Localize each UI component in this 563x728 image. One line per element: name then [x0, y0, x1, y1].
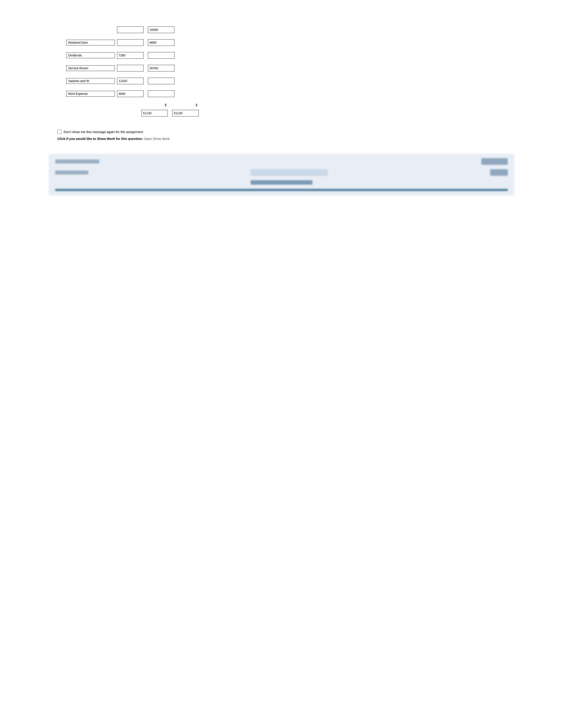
- table-row: Rent Expense: [66, 90, 514, 97]
- blurred-input: [250, 169, 328, 176]
- open-show-work-link[interactable]: Open Show Work: [144, 137, 169, 141]
- row2-right-input[interactable]: [148, 39, 174, 46]
- row5-left-input[interactable]: [117, 78, 143, 84]
- blurred-footer-text: [250, 180, 313, 185]
- dividends-label-cell: Dividends: [66, 53, 115, 58]
- retained-earn-label: Retained Earn: [66, 40, 115, 45]
- blurred-text-2: [55, 171, 88, 174]
- blurred-row1: [55, 158, 508, 165]
- salaries-label-cell: Salaries and W: [66, 78, 115, 84]
- service-revenue-label-cell: Service Reven: [66, 65, 115, 71]
- table-row: Salaries and W: [66, 78, 514, 84]
- blurred-button: [481, 158, 508, 165]
- blurred-footer: [55, 180, 508, 185]
- row1-right-input[interactable]: [148, 26, 174, 33]
- row6-right-input[interactable]: [148, 90, 174, 97]
- row6-left-input[interactable]: [117, 90, 143, 97]
- blurred-text-1: [55, 159, 99, 163]
- dollar-signs-row: $ $: [141, 103, 514, 107]
- table-row: Retained Earn: [66, 39, 514, 46]
- show-work-line: Click if you would like to Show Work for…: [57, 137, 514, 141]
- blurred-section: [49, 154, 514, 195]
- row2-left-input[interactable]: [117, 39, 143, 46]
- total-left-input[interactable]: [141, 110, 168, 116]
- row3-right-input[interactable]: [148, 52, 174, 59]
- left-dollar-sign: $: [141, 103, 168, 107]
- show-work-prefix: Click if you would like to Show Work for…: [57, 137, 143, 141]
- right-dollar-sign: $: [168, 103, 199, 107]
- row4-right-input[interactable]: [148, 65, 174, 71]
- table-row: Service Reven: [66, 65, 514, 71]
- rent-expense-label-cell: Rent Expense: [66, 91, 115, 97]
- table-row: Dividends: [66, 52, 514, 59]
- totals-row: [141, 110, 514, 116]
- blurred-box: [490, 169, 508, 176]
- accounting-grid: Retained Earn Dividends Service Reven Sa…: [66, 26, 514, 116]
- salaries-label: Salaries and W: [66, 78, 115, 84]
- rent-expense-label: Rent Expense: [66, 91, 115, 97]
- row4-left-input[interactable]: [117, 65, 143, 71]
- retained-earn-label-cell: Retained Earn: [66, 40, 115, 45]
- table-row: [66, 26, 514, 33]
- service-revenue-label: Service Reven: [66, 65, 115, 71]
- checkbox-section: Don't show me this message again for the…: [57, 130, 514, 141]
- row3-left-input[interactable]: [117, 52, 143, 59]
- blurred-row2: [55, 169, 508, 176]
- blurred-bar: [55, 189, 508, 191]
- row1-left-input[interactable]: [117, 26, 143, 33]
- row5-right-input[interactable]: [148, 78, 174, 84]
- total-right-input[interactable]: [172, 110, 199, 116]
- dont-show-label: Don't show me this message again for the…: [64, 130, 143, 134]
- dont-show-checkbox[interactable]: [57, 130, 61, 134]
- checkbox-line: Don't show me this message again for the…: [57, 130, 514, 134]
- dividends-label: Dividends: [66, 53, 115, 58]
